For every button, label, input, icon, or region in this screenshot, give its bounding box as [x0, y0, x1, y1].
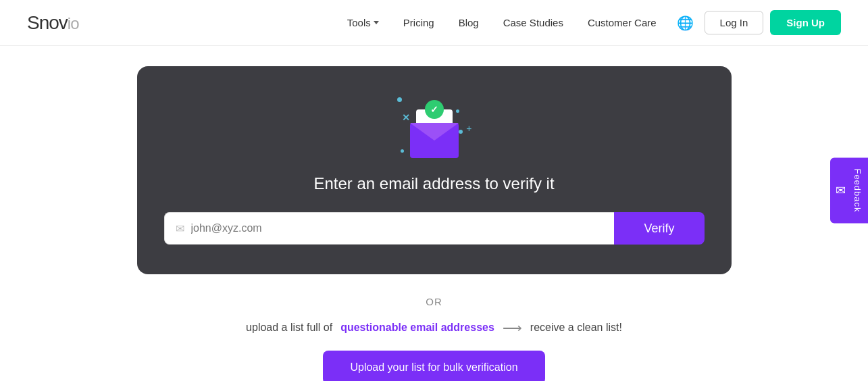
check-circle-icon: ✓	[425, 100, 444, 119]
plus-mark-icon: +	[466, 123, 471, 134]
nav-item-blog[interactable]: Blog	[459, 17, 479, 29]
envelope-icon: ✓	[410, 123, 459, 158]
dot-icon-4	[401, 149, 404, 153]
verify-title: Enter an email address to verify it	[313, 174, 554, 193]
x-mark-icon: ✕	[402, 112, 410, 123]
dot-icon-3	[459, 130, 463, 134]
blog-link[interactable]: Blog	[459, 17, 479, 28]
feedback-sidebar[interactable]: Feedback ✉	[830, 157, 868, 223]
nav-item-pricing[interactable]: Pricing	[403, 17, 434, 29]
nav-item-tools[interactable]: Tools	[347, 17, 379, 28]
email-input-wrapper: ✉	[164, 212, 615, 245]
verify-card: ✕ + ✓ Enter an email address to verify i…	[137, 66, 732, 274]
verify-button[interactable]: Verify	[614, 212, 704, 245]
upload-prefix-text: upload a list full of	[246, 322, 332, 334]
main-content: ✕ + ✓ Enter an email address to verify i…	[0, 46, 868, 381]
envelope-flap	[410, 123, 459, 141]
arrow-right-icon: ⟶	[503, 320, 522, 336]
globe-button[interactable]: 🌐	[677, 15, 694, 31]
tools-link[interactable]: Tools	[347, 17, 379, 28]
chevron-down-icon	[374, 21, 379, 24]
logo-suffix: io	[68, 14, 79, 32]
logo[interactable]: Snovio	[27, 12, 79, 34]
login-button[interactable]: Log In	[705, 11, 764, 34]
feedback-icon: ✉	[836, 183, 846, 198]
input-row: ✉ Verify	[164, 212, 705, 245]
envelope-body	[410, 123, 459, 158]
case-studies-link[interactable]: Case Studies	[503, 17, 563, 28]
nav-links: Tools Pricing Blog Case Studies Customer…	[347, 17, 657, 29]
email-icon: ✉	[176, 222, 184, 235]
pricing-link[interactable]: Pricing	[403, 17, 434, 28]
signup-button[interactable]: Sign Up	[770, 10, 841, 35]
navbar: Snovio Tools Pricing Blog Case Studies C…	[0, 0, 868, 46]
nav-item-case-studies[interactable]: Case Studies	[503, 17, 563, 29]
customer-care-link[interactable]: Customer Care	[588, 17, 657, 28]
nav-item-customer-care[interactable]: Customer Care	[588, 17, 657, 29]
logo-brand: Snov	[27, 12, 68, 33]
email-input[interactable]	[191, 213, 604, 244]
dot-icon-1	[397, 97, 402, 102]
email-illustration: ✕ + ✓	[394, 91, 475, 158]
upload-suffix-text: receive a clean list!	[530, 322, 622, 334]
upload-highlight-text: questionable email addresses	[340, 322, 494, 334]
feedback-label: Feedback	[852, 168, 863, 212]
or-divider: OR	[426, 296, 442, 307]
dot-icon-2	[456, 109, 459, 113]
upload-description: upload a list full of questionable email…	[246, 320, 622, 336]
upload-bulk-button[interactable]: Upload your list for bulk verification	[323, 351, 544, 381]
